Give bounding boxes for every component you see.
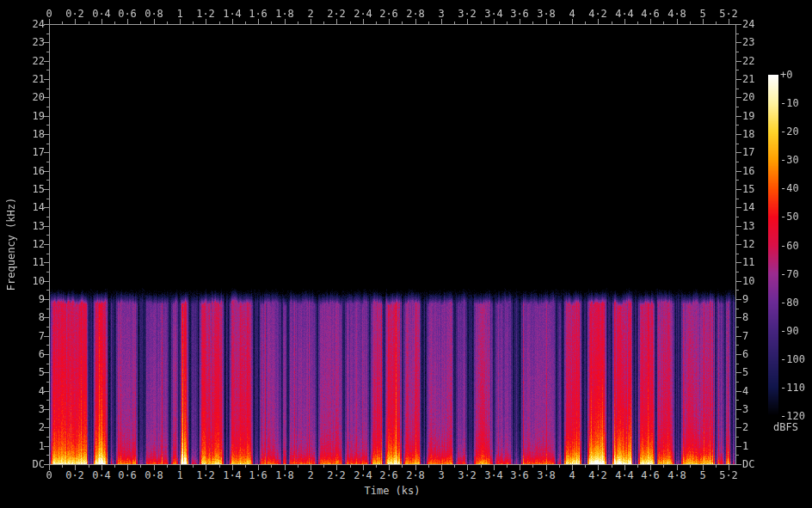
x-minor-tick-bottom xyxy=(114,465,115,468)
y-minor-tick-left xyxy=(46,70,49,70)
y-minor-tick-right xyxy=(736,125,739,125)
y-tick-label-left: 5 xyxy=(15,367,45,377)
y-tick-label-left: 1 xyxy=(15,441,45,451)
y-tick-label-right: 14 xyxy=(742,202,754,212)
x-tick-label-top: 4·4 xyxy=(615,9,634,19)
y-tick-label-right: 18 xyxy=(742,129,754,139)
x-tick-label-bottom: 3·8 xyxy=(537,470,556,480)
x-minor-tick-bottom xyxy=(663,465,664,468)
y-minor-tick-right xyxy=(736,107,739,107)
y-tick-right xyxy=(736,281,741,282)
x-minor-tick-bottom xyxy=(271,465,272,468)
y-minor-tick-right xyxy=(736,217,739,217)
top-axis-line xyxy=(49,24,736,25)
y-minor-tick-left xyxy=(46,217,49,217)
x-tick-label-bottom: 2·2 xyxy=(327,470,346,480)
x-tick-label-top: 2·6 xyxy=(379,9,398,19)
x-minor-tick-bottom xyxy=(167,465,168,468)
y-tick-label-left: 9 xyxy=(15,294,45,304)
x-tick-label-bottom: 2·8 xyxy=(406,470,425,480)
x-minor-tick-bottom xyxy=(428,465,429,468)
y-minor-tick-left xyxy=(46,327,49,327)
y-tick-label-left: 15 xyxy=(15,184,45,194)
x-tick-label-bottom: 2 xyxy=(307,470,313,480)
x-minor-tick-bottom xyxy=(507,465,508,468)
y-tick-right xyxy=(736,299,741,300)
y-minor-tick-left xyxy=(46,437,49,438)
x-tick-label-bottom: 0·2 xyxy=(65,470,84,480)
x-minor-tick-top xyxy=(481,21,482,24)
y-tick-right xyxy=(736,24,741,25)
y-minor-tick-right xyxy=(736,364,739,364)
y-minor-tick-right xyxy=(736,235,739,236)
y-tick-right xyxy=(736,446,741,447)
y-minor-tick-right xyxy=(736,70,739,70)
y-tick-right xyxy=(736,372,741,373)
y-minor-tick-right xyxy=(736,52,739,52)
x-minor-tick-top xyxy=(245,21,246,24)
x-tick-label-top: 1·4 xyxy=(223,9,242,19)
x-minor-tick-bottom xyxy=(454,465,455,468)
x-minor-tick-bottom xyxy=(219,465,220,468)
x-tick-label-top: 3·2 xyxy=(458,9,477,19)
y-minor-tick-right xyxy=(736,272,739,272)
x-tick-label-bottom: 0·8 xyxy=(145,470,163,480)
y-tick-label-left: 10 xyxy=(15,276,45,286)
y-tick-label-right: 5 xyxy=(742,367,748,377)
x-minor-tick-bottom xyxy=(612,465,612,468)
y-minor-tick-right xyxy=(736,419,739,419)
y-minor-tick-right xyxy=(736,437,739,438)
y-minor-tick-left xyxy=(46,382,49,383)
y-minor-tick-left xyxy=(46,144,49,144)
y-tick-label-right: 13 xyxy=(742,221,754,231)
y-minor-tick-right xyxy=(736,345,739,346)
x-minor-tick-top xyxy=(612,21,612,24)
x-tick-label-bottom: 0·4 xyxy=(92,470,111,480)
y-minor-tick-right xyxy=(736,162,739,162)
x-minor-tick-bottom xyxy=(716,465,717,468)
x-minor-tick-bottom xyxy=(350,465,351,468)
y-minor-tick-right xyxy=(736,89,739,89)
x-minor-tick-top xyxy=(428,21,429,24)
y-tick-label-left: 21 xyxy=(15,74,45,84)
y-minor-tick-right xyxy=(736,144,739,144)
y-minor-tick-left xyxy=(46,455,49,456)
colorbar-tick-label: -80 xyxy=(780,297,799,308)
x-tick-label-bottom: 0 xyxy=(46,470,52,480)
y-tick-right xyxy=(736,464,741,465)
y-tick-label-left: 3 xyxy=(15,404,45,414)
y-tick-label-left: 7 xyxy=(15,331,45,341)
x-minor-tick-top xyxy=(62,21,63,24)
x-tick-label-bottom: 4·8 xyxy=(667,470,686,480)
x-tick-label-bottom: 2·4 xyxy=(354,470,372,480)
y-tick-label-left: 14 xyxy=(15,202,45,212)
y-tick-right xyxy=(736,79,741,80)
x-tick-label-bottom: 1·2 xyxy=(196,470,215,480)
y-tick-label-right: 7 xyxy=(742,331,748,341)
y-tick-label-left: 2 xyxy=(15,422,45,432)
left-axis-line xyxy=(49,24,50,465)
y-tick-right xyxy=(736,244,741,245)
x-tick-label-top: 2·2 xyxy=(327,9,346,19)
x-axis-title: Time (ks) xyxy=(364,485,420,497)
colorbar-tick-label: -40 xyxy=(780,183,799,193)
spectrogram-figure: 000·20·20·40·40·60·60·80·8111·21·21·41·4… xyxy=(0,0,812,508)
x-minor-tick-bottom xyxy=(532,465,533,468)
y-minor-tick-left xyxy=(46,309,49,309)
x-minor-tick-bottom xyxy=(481,465,482,468)
y-minor-tick-left xyxy=(46,162,49,162)
y-tick-label-right: DC xyxy=(742,459,754,469)
y-tick-label-right: 19 xyxy=(742,111,754,121)
x-tick-label-top: 4 xyxy=(569,9,575,19)
x-minor-tick-top xyxy=(323,21,324,24)
x-minor-tick-bottom xyxy=(193,465,194,468)
x-minor-tick-top xyxy=(716,21,717,24)
x-minor-tick-bottom xyxy=(402,465,403,468)
x-tick-label-top: 2·4 xyxy=(354,9,372,19)
colorbar-tick-label: -60 xyxy=(780,241,799,251)
y-tick-label-right: 12 xyxy=(742,239,754,249)
colorbar-tick-label: -20 xyxy=(780,126,799,137)
colorbar-tick-label: -50 xyxy=(780,211,799,222)
x-minor-tick-top xyxy=(140,21,141,24)
x-tick-label-bottom: 1·8 xyxy=(275,470,294,480)
